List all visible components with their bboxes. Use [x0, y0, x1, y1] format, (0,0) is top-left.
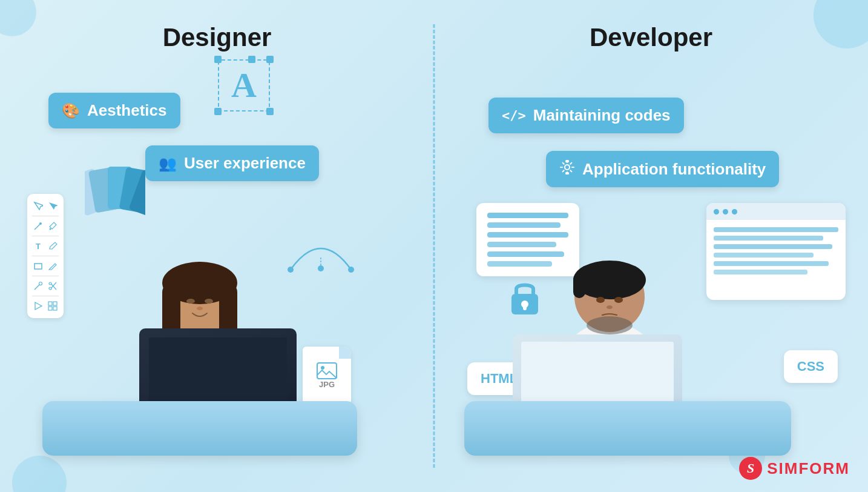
svg-point-59	[614, 297, 623, 303]
svg-text:S: S	[747, 460, 754, 476]
file-icon: JPG	[303, 347, 351, 404]
dropper-icon	[47, 220, 59, 232]
browser-line-5	[714, 261, 829, 266]
scissors-icon	[47, 280, 59, 292]
chip-aesthetics-label: Aesthetics	[87, 101, 167, 120]
svg-rect-17	[53, 302, 57, 305]
browser-mockup	[706, 203, 846, 300]
toolbar-divider-2	[32, 236, 59, 236]
type-a-area: A	[218, 59, 270, 111]
wand-icon	[32, 280, 44, 292]
svg-marker-15	[35, 302, 42, 310]
toolbar-divider-3	[32, 256, 59, 256]
svg-rect-44	[565, 160, 569, 162]
designer-section: Designer 🎨 Aesthetics 👥 User experience …	[0, 0, 434, 492]
toolbar-row-1	[32, 200, 59, 212]
toolbar-row-4	[32, 260, 59, 272]
toolbar-row-6	[32, 300, 59, 312]
svg-point-41	[205, 299, 213, 304]
svg-rect-19	[53, 307, 57, 310]
deco-circle-bl	[12, 456, 67, 492]
svg-rect-18	[48, 307, 52, 310]
developer-desk	[464, 401, 791, 456]
toolbar-row-5	[32, 280, 59, 292]
browser-line-3	[714, 244, 832, 249]
simform-logo-icon: S	[739, 457, 762, 480]
chip-ux-label: User experience	[184, 154, 306, 173]
simform-logo: S SIMFORM	[739, 457, 850, 480]
browser-line-1	[714, 227, 838, 232]
chip-appfunc-label: Application functionality	[582, 160, 766, 179]
handle-tr	[266, 56, 274, 63]
svg-point-40	[186, 299, 195, 304]
svg-rect-45	[565, 172, 569, 175]
svg-point-42	[197, 307, 203, 310]
edit-icon	[47, 260, 59, 272]
toolbar-divider-5	[32, 296, 59, 296]
svg-point-12	[49, 287, 51, 290]
browser-line-4	[714, 253, 814, 258]
design-toolbar: T	[27, 194, 64, 318]
center-divider	[433, 24, 435, 468]
handle-tc	[248, 56, 255, 63]
designer-desk	[42, 401, 357, 456]
play-icon	[32, 300, 44, 312]
jpg-file: JPG	[303, 347, 351, 404]
svg-point-58	[596, 297, 605, 303]
handle-tl	[214, 56, 222, 63]
jpg-label: JPG	[319, 380, 335, 389]
svg-point-21	[348, 267, 354, 273]
chip-codes-label: Maintaining codes	[533, 106, 671, 125]
svg-point-6	[39, 222, 42, 225]
svg-rect-8	[35, 264, 42, 269]
chip-maintaining-codes: </> Maintaining codes	[488, 98, 684, 133]
cursor2-icon	[47, 200, 59, 212]
image-placeholder-icon	[316, 362, 338, 380]
deco-circle-tr	[814, 0, 868, 48]
code-bracket-icon: </>	[502, 108, 526, 123]
browser-dot-3	[732, 209, 737, 214]
cursor-icon	[32, 200, 44, 212]
browser-bar	[706, 203, 846, 220]
pencil-icon	[47, 240, 59, 252]
deco-circle-tl	[0, 0, 36, 36]
gear-icon	[559, 159, 575, 179]
file-corner	[339, 347, 351, 359]
developer-title: Developer	[590, 23, 712, 52]
svg-point-43	[565, 165, 570, 170]
designer-title: Designer	[163, 23, 272, 52]
palette-icon: 🎨	[62, 102, 80, 119]
handle-bl	[214, 108, 222, 115]
users-icon: 👥	[159, 155, 177, 172]
browser-line-2	[714, 236, 823, 241]
grid-icon	[47, 300, 59, 312]
rect-icon	[32, 260, 44, 272]
chip-aesthetics: 🎨 Aesthetics	[48, 93, 180, 128]
svg-point-60	[607, 305, 613, 309]
chip-app-functionality: Application functionality	[546, 151, 779, 187]
handle-br	[266, 108, 274, 115]
toolbar-divider-1	[32, 216, 59, 216]
svg-point-7	[50, 228, 51, 230]
svg-rect-24	[317, 363, 337, 379]
svg-point-61	[587, 316, 633, 334]
text-icon: T	[32, 240, 44, 252]
svg-point-10	[39, 282, 42, 285]
toolbar-row-2	[32, 220, 59, 232]
toolbar-row-3: T	[32, 240, 59, 252]
simform-brand-name: SIMFORM	[767, 459, 850, 478]
pen-icon	[32, 220, 44, 232]
svg-point-11	[49, 282, 51, 285]
developer-section: Developer </> Maintaining codes Applicat…	[434, 0, 868, 492]
browser-content	[706, 220, 846, 282]
toolbar-divider-4	[32, 276, 59, 276]
browser-dot-2	[723, 209, 728, 214]
svg-line-9	[35, 285, 39, 290]
settings-icon-svg	[559, 159, 575, 175]
type-a-letter: A	[218, 59, 270, 111]
chip-ux: 👥 User experience	[145, 145, 319, 181]
svg-line-5	[35, 224, 41, 230]
browser-line-6	[714, 270, 807, 274]
svg-point-25	[321, 366, 324, 370]
css-label: CSS	[797, 359, 824, 374]
